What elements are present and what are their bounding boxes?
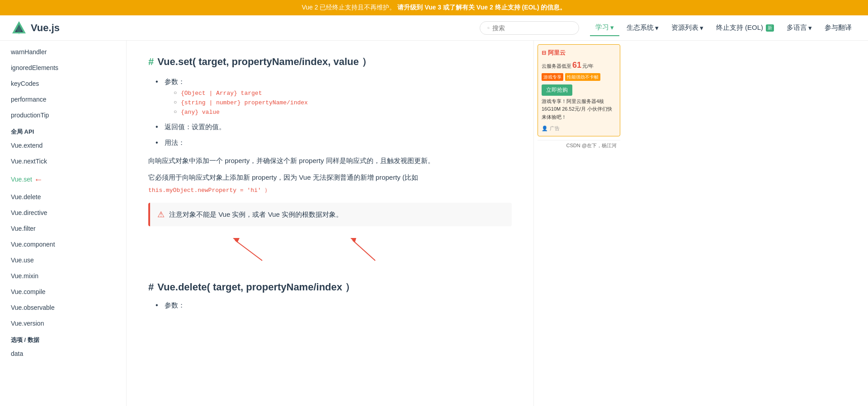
nav-item-translate[interactable]: 参与翻译 — [819, 20, 857, 36]
logo[interactable]: Vue.js — [11, 20, 60, 36]
sidebar: warnHandler ignoredElements keyCodes per… — [0, 41, 127, 406]
header: Vue.js 学习 ▾ 生态系统 ▾ 资源列表 ▾ 终止支持 (EOL) 新 多… — [0, 15, 868, 41]
svg-marker-8 — [350, 238, 356, 243]
ad-price-prefix: 云服务器低至 — [542, 62, 571, 70]
arrow-indicator: ← — [34, 173, 43, 186]
ad-price-unit: 元/年 — [582, 62, 594, 70]
svg-line-7 — [353, 240, 375, 261]
nav-item-language[interactable]: 多语言 ▾ — [781, 20, 817, 36]
sidebar-item-vue-use[interactable]: Vue.use — [0, 252, 126, 268]
usage-section: 用法： — [148, 139, 512, 147]
sidebar-item-vue-nexttick[interactable]: Vue.nextTick — [0, 154, 126, 169]
chevron-down-icon: ▾ — [655, 24, 659, 32]
vue-delete-params-label: 参数： — [156, 301, 512, 310]
chevron-down-icon: ▾ — [808, 24, 812, 32]
nav-links: 学习 ▾ 生态系统 ▾ 资源列表 ▾ 终止支持 (EOL) 新 多语言 ▾ 参与… — [590, 19, 857, 36]
ad-price: 61 — [572, 59, 581, 71]
ad-brand-icon: ⊟ — [542, 49, 546, 57]
usage-code: this.myObject.newProperty = 'hi' ） — [148, 187, 270, 194]
sidebar-item-keycodes[interactable]: keyCodes — [0, 76, 126, 92]
ad-brand: 阿里云 — [548, 48, 566, 57]
svg-marker-6 — [233, 238, 240, 243]
sidebar-item-vue-extend[interactable]: Vue.extend — [0, 138, 126, 154]
warning-icon: ⚠ — [157, 210, 165, 219]
ad-purchase-button[interactable]: 立即抢购 — [542, 84, 572, 96]
sidebar-item-vue-mixin[interactable]: Vue.mixin — [0, 268, 126, 284]
usage-label: 用法： — [156, 139, 512, 147]
sidebar-item-vue-delete[interactable]: Vue.delete — [0, 189, 126, 205]
top-banner: Vue 2 已经终止支持且不再维护。 请升级到 Vue 3 或了解有关 Vue … — [0, 0, 868, 15]
sidebar-item-performance[interactable]: performance — [0, 92, 126, 107]
params-label: 参数： {Object | Array} target {string | nu… — [156, 78, 512, 116]
sidebar-section-options-data: 选项 / 数据 — [0, 331, 126, 346]
param-item-1: {Object | Array} target — [174, 89, 512, 97]
params-section: 参数： {Object | Array} target {string | nu… — [148, 78, 512, 116]
return-section: 返回值：设置的值。 — [148, 123, 512, 131]
sidebar-item-vue-version[interactable]: Vue.version — [0, 316, 126, 331]
banner-link[interactable]: 请升级到 Vue 3 或了解有关 Vue 2 终止支持 (EOL) 的信息。 — [397, 4, 566, 11]
sidebar-item-ignoredelements[interactable]: ignoredElements — [0, 60, 126, 76]
chevron-down-icon: ▾ — [700, 24, 703, 32]
sidebar-item-vue-directive[interactable]: Vue.directive — [0, 205, 126, 221]
sidebar-item-vue-filter[interactable]: Vue.filter — [0, 221, 126, 237]
nav-item-resources[interactable]: 资源列表 ▾ — [666, 20, 709, 36]
nav-item-learn[interactable]: 学习 ▾ — [590, 19, 619, 36]
sidebar-item-productiontip[interactable]: productionTip — [0, 107, 126, 123]
param-item-2: {string | number} propertyName/index — [174, 98, 512, 106]
ad-details: 游戏专享！阿里云服务器4核16G10M 26.52元/月 小伙伴们快来体验吧！ — [542, 98, 616, 121]
sidebar-item-vue-observable[interactable]: Vue.observable — [0, 300, 126, 316]
param-item-3: {any} value — [174, 108, 512, 116]
svg-point-3 — [487, 27, 489, 28]
return-label: 返回值：设置的值。 — [156, 123, 512, 131]
person-icon: 👤 — [542, 125, 548, 132]
svg-line-4 — [489, 28, 489, 28]
usage-text-2: 它必须用于向响应式对象上添加新 property，因为 Vue 无法探测普通的新… — [148, 171, 512, 196]
warning-box: ⚠ 注意对象不能是 Vue 实例，或者 Vue 实例的根数据对象。 — [148, 203, 512, 226]
hash-icon-2: # — [148, 281, 154, 293]
search-input[interactable] — [492, 24, 571, 32]
nav-item-ecosystem[interactable]: 生态系统 ▾ — [621, 20, 664, 36]
hash-icon: # — [148, 56, 154, 68]
ad-tag1: 游戏专享 — [542, 73, 563, 81]
sidebar-item-vue-set[interactable]: Vue.set ← — [0, 169, 126, 189]
vue-logo-icon — [11, 20, 27, 36]
sidebar-item-vue-component[interactable]: Vue.component — [0, 237, 126, 252]
sidebar-item-vue-compile[interactable]: Vue.compile — [0, 284, 126, 300]
annotation-area — [148, 233, 512, 270]
csdn-footer: CSDN @在下，杨江河 — [538, 140, 620, 151]
ad-box: ⊟ 阿里云 云服务器低至 61 元/年 游戏专享 性能强劲不卡帧 立即抢购 游戏… — [538, 44, 620, 136]
banner-text: Vue 2 已经终止支持且不再维护。 — [302, 4, 396, 11]
annotation-arrows-svg — [148, 233, 512, 265]
svg-line-5 — [235, 240, 262, 261]
vue-delete-heading: # Vue.delete( target, propertyName/index… — [148, 280, 512, 294]
search-icon — [487, 25, 490, 31]
ad-label: 👤 广告 — [542, 125, 616, 132]
vue-set-heading: # Vue.set( target, propertyName/index, v… — [148, 55, 512, 69]
ad-panel: ⊟ 阿里云 云服务器低至 61 元/年 游戏专享 性能强劲不卡帧 立即抢购 游戏… — [534, 41, 624, 154]
sidebar-item-data[interactable]: data — [0, 346, 126, 362]
page-layout: warnHandler ignoredElements keyCodes per… — [0, 41, 868, 406]
usage-text-1: 向响应式对象中添加一个 property，并确保这个新 property 同样是… — [148, 154, 512, 167]
chevron-down-icon: ▾ — [610, 23, 614, 32]
sidebar-section-global-api: 全局 API — [0, 123, 126, 138]
nav-item-eol[interactable]: 终止支持 (EOL) 新 — [711, 20, 779, 36]
warning-text: 注意对象不能是 Vue 实例，或者 Vue 实例的根数据对象。 — [169, 209, 343, 220]
vue-delete-params-section: 参数： — [148, 301, 512, 310]
sidebar-item-warnhandler[interactable]: warnHandler — [0, 44, 126, 60]
ad-tag2: 性能强劲不卡帧 — [565, 73, 600, 81]
search-box[interactable] — [480, 21, 579, 35]
logo-text: Vue.js — [31, 22, 60, 34]
main-content: # Vue.set( target, propertyName/index, v… — [127, 41, 533, 406]
right-panel: ⊟ 阿里云 云服务器低至 61 元/年 游戏专享 性能强劲不卡帧 立即抢购 游戏… — [533, 41, 624, 406]
new-badge: 新 — [766, 24, 774, 32]
params-list: {Object | Array} target {string | number… — [165, 89, 512, 116]
